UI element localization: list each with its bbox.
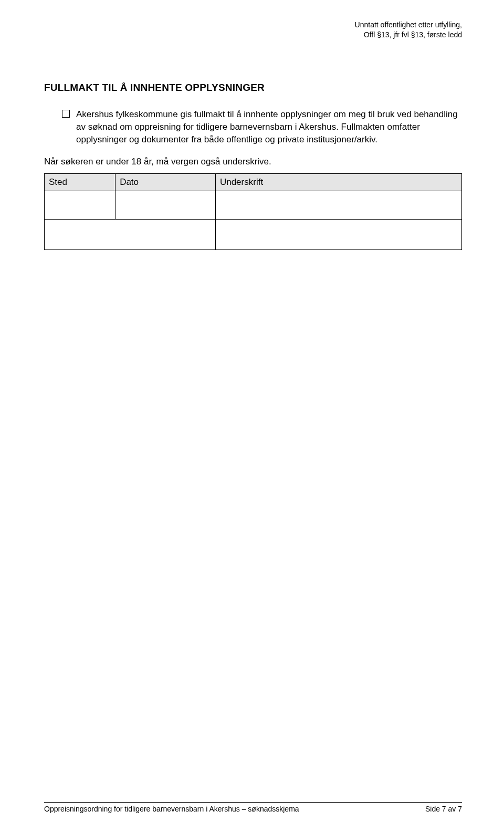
cell-underskrift-1[interactable] [215,191,461,220]
signature-table: Sted Dato Underskrift [44,173,462,250]
header-sted: Sted [45,174,116,191]
consent-text: Akershus fylkeskommune gis fullmakt til … [76,108,462,146]
header-dato: Dato [116,174,216,191]
consent-checkbox[interactable] [62,110,70,118]
footer-right: Side 7 av 7 [425,805,462,813]
table-row [45,191,462,220]
exempt-line-1: Unntatt offentlighet etter utfylling, [355,20,462,30]
footer-left: Oppreisningsordning for tidligere barnev… [44,805,299,813]
header-underskrift: Underskrift [215,174,461,191]
cell-underskrift-2[interactable] [215,220,461,250]
table-header-row: Sted Dato Underskrift [45,174,462,191]
cell-sted-1[interactable] [45,191,116,220]
page-footer: Oppreisningsordning for tidligere barnev… [44,802,462,813]
cell-dato-1[interactable] [116,191,216,220]
consent-row: Akershus fylkeskommune gis fullmakt til … [62,108,462,146]
table-row [45,220,462,250]
undersign-note: Når søkeren er under 18 år, må vergen og… [44,157,462,167]
cell-steddato-2[interactable] [45,220,216,250]
header-exemption-notice: Unntatt offentlighet etter utfylling, Of… [355,20,462,40]
page-title: FULLMAKT TIL Å INNHENTE OPPLYSNINGER [44,82,462,93]
exempt-line-2: Offl §13, jfr fvl §13, første ledd [355,30,462,40]
